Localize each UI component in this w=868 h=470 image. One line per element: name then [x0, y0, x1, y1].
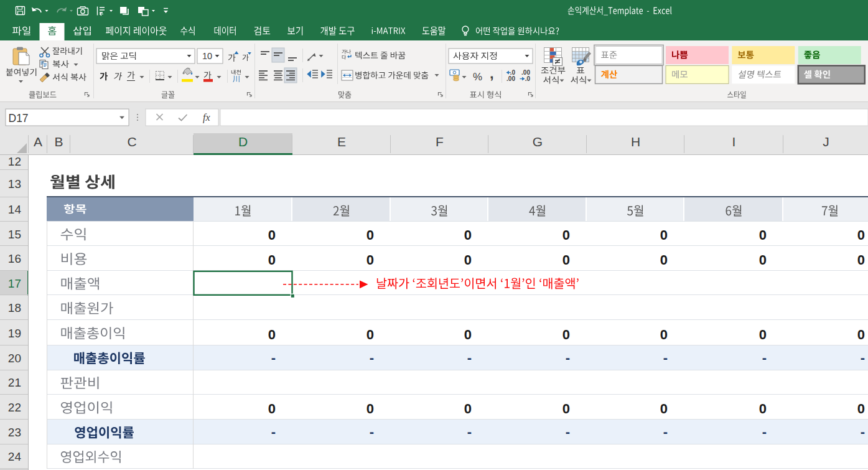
svg-text:13: 13: [8, 177, 21, 190]
svg-text:0: 0: [857, 327, 865, 342]
svg-text:0: 0: [759, 227, 767, 243]
svg-text:.00: .00: [506, 75, 515, 82]
svg-text:0: 0: [857, 227, 865, 243]
svg-text:0: 0: [660, 327, 668, 342]
svg-text:0: 0: [660, 401, 668, 416]
svg-text:0: 0: [366, 252, 374, 268]
svg-text:-: -: [566, 424, 570, 439]
svg-text:0: 0: [366, 227, 374, 243]
svg-text:-: -: [271, 350, 276, 365]
svg-text:%: %: [473, 71, 482, 83]
svg-text:-: -: [762, 424, 767, 439]
svg-text:0: 0: [464, 252, 472, 268]
svg-text:0: 0: [660, 227, 668, 243]
svg-text:18: 18: [8, 301, 21, 314]
svg-text:23: 23: [8, 426, 21, 439]
svg-text:G: G: [533, 134, 543, 149]
svg-text:20: 20: [8, 352, 21, 365]
svg-text:19: 19: [8, 327, 21, 340]
svg-text:fx: fx: [203, 112, 210, 123]
svg-text:0: 0: [562, 227, 570, 243]
svg-text:J: J: [823, 134, 829, 149]
svg-text:0: 0: [759, 327, 767, 342]
svg-text:0: 0: [366, 401, 374, 416]
svg-text:-: -: [271, 424, 276, 439]
svg-text:22: 22: [8, 401, 21, 414]
svg-text:0: 0: [562, 401, 570, 416]
svg-text:0: 0: [366, 327, 374, 342]
svg-text:-: -: [861, 424, 865, 439]
svg-text:D: D: [238, 134, 248, 149]
svg-text:-: -: [467, 424, 472, 439]
svg-text:H: H: [631, 134, 640, 149]
svg-text:12: 12: [8, 155, 21, 168]
svg-text:-: -: [762, 350, 767, 365]
svg-text:-: -: [467, 350, 472, 365]
svg-text:0: 0: [562, 252, 570, 268]
svg-text:16: 16: [8, 252, 21, 265]
svg-text:F: F: [436, 134, 444, 149]
svg-text:0: 0: [268, 401, 276, 416]
svg-text:0: 0: [759, 401, 767, 416]
svg-text:0: 0: [660, 252, 668, 268]
svg-text:D17: D17: [9, 112, 29, 125]
svg-text:I: I: [732, 134, 736, 149]
svg-text:,: ,: [490, 65, 494, 82]
svg-text:17: 17: [8, 277, 21, 290]
svg-text:14: 14: [8, 203, 22, 216]
svg-text:0: 0: [268, 327, 276, 342]
svg-text:B: B: [54, 134, 63, 149]
svg-text:-: -: [370, 350, 374, 365]
svg-text:24: 24: [8, 450, 22, 463]
svg-text:-: -: [566, 350, 570, 365]
svg-text:0: 0: [857, 252, 865, 268]
svg-text:0: 0: [268, 252, 276, 268]
svg-text:21: 21: [8, 376, 21, 389]
svg-text:-: -: [663, 350, 668, 365]
svg-text:10: 10: [202, 51, 212, 61]
svg-text:0: 0: [464, 227, 472, 243]
svg-text:-: -: [861, 350, 865, 365]
svg-text:0: 0: [464, 327, 472, 342]
svg-text:15: 15: [8, 228, 21, 241]
svg-text:0: 0: [857, 401, 865, 416]
svg-text:C: C: [127, 134, 136, 149]
svg-text:-: -: [370, 424, 374, 439]
svg-text:0: 0: [268, 227, 276, 243]
svg-text:0: 0: [759, 252, 767, 268]
svg-text:A: A: [34, 134, 42, 149]
svg-text:0: 0: [464, 401, 472, 416]
svg-text:E: E: [337, 134, 346, 149]
svg-text:.0: .0: [525, 75, 531, 82]
svg-text:0: 0: [562, 327, 570, 342]
svg-text:-: -: [663, 424, 668, 439]
